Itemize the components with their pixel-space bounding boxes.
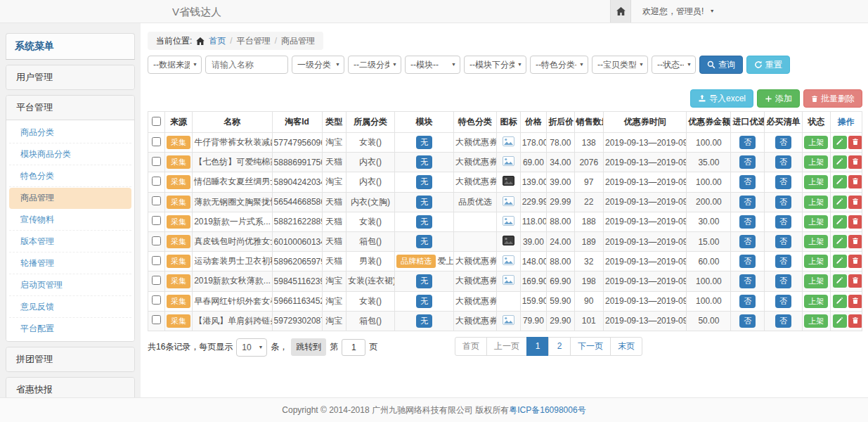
status-toggle[interactable]: 上架: [804, 215, 828, 229]
row-checkbox[interactable]: [152, 196, 161, 205]
edit-button[interactable]: [833, 136, 847, 149]
search-button[interactable]: 查询: [699, 56, 743, 74]
must-buy-toggle[interactable]: 否: [775, 314, 791, 328]
sidebar-group-用户管理[interactable]: 用户管理: [6, 65, 134, 89]
row-checkbox[interactable]: [152, 315, 161, 324]
imported-toggle[interactable]: 否: [739, 295, 756, 308]
delete-button[interactable]: [848, 235, 862, 248]
sidebar-item-平台配置[interactable]: 平台配置: [9, 319, 131, 339]
sidebar-group-平台管理[interactable]: 平台管理: [6, 96, 134, 120]
import-excel-button[interactable]: 导入excel: [690, 89, 753, 108]
status-toggle[interactable]: 上架: [804, 155, 828, 169]
breadcrumb-home-link[interactable]: 首页: [209, 35, 226, 47]
per-page-select[interactable]: 10: [236, 338, 267, 357]
name-search-input[interactable]: [205, 56, 288, 74]
jump-button[interactable]: 跳转到: [291, 338, 326, 356]
imported-toggle[interactable]: 否: [739, 235, 756, 248]
row-checkbox[interactable]: [152, 157, 161, 166]
delete-button[interactable]: [848, 295, 862, 308]
pager-button-下一页[interactable]: 下一页: [570, 337, 611, 356]
must-buy-toggle[interactable]: 否: [775, 196, 791, 209]
row-checkbox[interactable]: [152, 295, 161, 305]
must-buy-toggle[interactable]: 否: [775, 295, 791, 308]
edit-button[interactable]: [833, 196, 847, 209]
sidebar-item-特色分类[interactable]: 特色分类: [9, 166, 131, 187]
pager-button-上一页[interactable]: 上一页: [486, 337, 527, 356]
pager-button-首页[interactable]: 首页: [455, 337, 487, 356]
must-buy-toggle[interactable]: 否: [775, 235, 791, 248]
delete-button[interactable]: [848, 255, 862, 268]
imported-toggle[interactable]: 否: [739, 274, 756, 288]
status-toggle[interactable]: 上架: [804, 175, 828, 188]
delete-button[interactable]: [848, 274, 862, 288]
status-toggle[interactable]: 上架: [804, 235, 828, 248]
icp-link[interactable]: 粤ICP备16098006号: [509, 404, 585, 416]
must-buy-toggle[interactable]: 否: [775, 155, 791, 169]
reset-button[interactable]: 重置: [746, 56, 790, 74]
row-checkbox[interactable]: [152, 216, 161, 225]
imported-toggle[interactable]: 否: [739, 136, 756, 149]
user-menu[interactable]: 欢迎您，管理员!: [642, 6, 715, 18]
row-checkbox[interactable]: [152, 177, 161, 186]
edit-button[interactable]: [833, 295, 847, 308]
must-buy-toggle[interactable]: 否: [775, 136, 791, 149]
status-select[interactable]: --状态--: [652, 56, 696, 74]
imported-toggle[interactable]: 否: [739, 314, 756, 328]
sidebar-item-模块商品分类[interactable]: 模块商品分类: [9, 144, 131, 165]
edit-button[interactable]: [833, 215, 847, 229]
jump-page-input[interactable]: [342, 339, 365, 356]
status-toggle[interactable]: 上架: [804, 196, 828, 209]
sidebar-item-启动页管理[interactable]: 启动页管理: [9, 275, 131, 296]
level1-category-select[interactable]: 一级分类: [292, 56, 344, 74]
sidebar-item-宣传物料[interactable]: 宣传物料: [9, 210, 131, 231]
pager-button-末页[interactable]: 末页: [610, 337, 642, 356]
batch-delete-button[interactable]: 批量删除: [803, 89, 862, 108]
status-toggle[interactable]: 上架: [804, 295, 828, 308]
imported-toggle[interactable]: 否: [739, 196, 756, 209]
delete-button[interactable]: [848, 175, 862, 188]
imported-toggle[interactable]: 否: [739, 215, 756, 229]
imported-toggle[interactable]: 否: [739, 175, 756, 188]
sidebar-group-省惠快报[interactable]: 省惠快报: [6, 378, 134, 397]
sidebar-group-拼团管理[interactable]: 拼团管理: [6, 347, 134, 371]
edit-button[interactable]: [833, 155, 847, 169]
home-button[interactable]: [610, 0, 631, 23]
sidebar-item-轮播管理[interactable]: 轮播管理: [9, 253, 131, 274]
pager-button-1[interactable]: 1: [526, 337, 549, 356]
must-buy-toggle[interactable]: 否: [775, 255, 791, 268]
must-buy-toggle[interactable]: 否: [775, 175, 791, 188]
edit-button[interactable]: [833, 255, 847, 268]
edit-button[interactable]: [833, 314, 847, 328]
row-checkbox[interactable]: [152, 236, 161, 245]
sidebar-item-商品分类[interactable]: 商品分类: [9, 122, 131, 143]
row-checkbox[interactable]: [152, 256, 161, 265]
delete-button[interactable]: [848, 196, 862, 209]
select-all-checkbox[interactable]: [152, 117, 161, 126]
sidebar-item-商品管理[interactable]: 商品管理: [9, 188, 131, 209]
must-buy-toggle[interactable]: 否: [775, 274, 791, 288]
delete-button[interactable]: [848, 136, 862, 149]
imported-toggle[interactable]: 否: [739, 255, 756, 268]
level2-category-select[interactable]: --二级分类--: [348, 56, 401, 74]
module-select[interactable]: --模块--: [405, 56, 460, 74]
sidebar-item-意见反馈[interactable]: 意见反馈: [9, 297, 131, 318]
edit-button[interactable]: [833, 274, 847, 288]
add-button[interactable]: 添加: [757, 89, 800, 108]
sidebar-item-版本管理[interactable]: 版本管理: [9, 231, 131, 252]
item-type-select[interactable]: --宝贝类型--: [592, 56, 648, 74]
must-buy-toggle[interactable]: 否: [775, 215, 791, 229]
status-toggle[interactable]: 上架: [804, 136, 828, 149]
module-sub-category-select[interactable]: --模块下分类--: [464, 56, 526, 74]
delete-button[interactable]: [848, 314, 862, 328]
status-toggle[interactable]: 上架: [804, 255, 828, 268]
edit-button[interactable]: [833, 175, 847, 188]
status-toggle[interactable]: 上架: [804, 314, 828, 328]
delete-button[interactable]: [848, 155, 862, 169]
row-checkbox[interactable]: [152, 137, 161, 146]
edit-button[interactable]: [833, 235, 847, 248]
pager-button-2[interactable]: 2: [548, 337, 571, 356]
row-checkbox[interactable]: [152, 276, 161, 285]
delete-button[interactable]: [848, 215, 862, 229]
status-toggle[interactable]: 上架: [804, 274, 828, 288]
data-source-select[interactable]: --数据来源--: [148, 56, 202, 74]
